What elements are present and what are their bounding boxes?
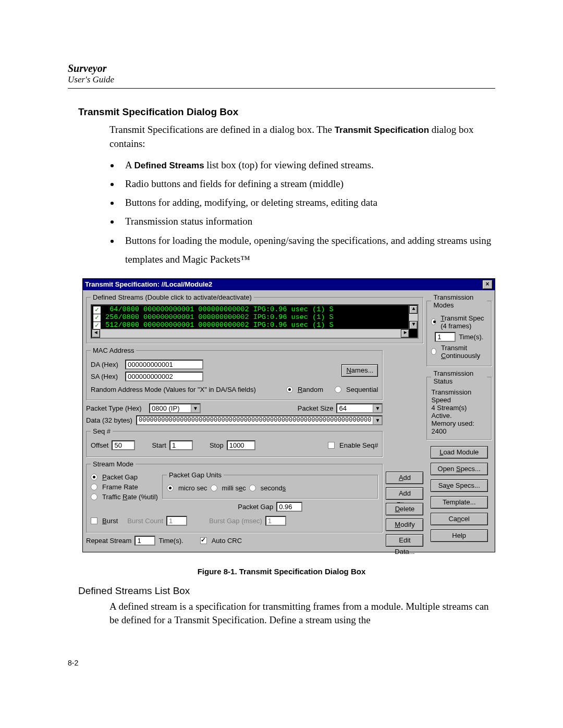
burst-count-label: Burst Count <box>127 517 163 525</box>
frame-rate-label: Frame Rate <box>102 483 138 491</box>
packet-gap-label: Packet Gap <box>102 473 138 481</box>
random-radio[interactable] <box>286 386 293 393</box>
transmission-modes-group: Transmission Modes Transmit Spec (4 fram… <box>426 293 492 366</box>
save-specs-button[interactable]: Save Specs... <box>431 479 488 492</box>
modify-button[interactable]: Modify <box>386 519 423 531</box>
bullet-2: Radio buttons and fields for defining a … <box>120 175 495 193</box>
sequential-label: Sequential <box>346 386 378 393</box>
stop-field[interactable]: 1000 <box>227 440 255 450</box>
offset-field[interactable]: 50 <box>112 440 135 450</box>
da-field[interactable]: 000000000001 <box>125 360 203 369</box>
packet-size-value[interactable]: 64 <box>336 403 373 413</box>
burst-count-field: 1 <box>166 516 187 526</box>
sa-field[interactable]: 000000000002 <box>125 372 203 381</box>
scroll-left-icon[interactable]: ◄ <box>92 329 100 338</box>
mac-address-group: MAC Address DA (Hex) 000000000001 S <box>86 347 383 400</box>
stream-row-1[interactable]: 64/0800 000000000001 000000000002 IPG:0.… <box>101 305 409 313</box>
milli-radio[interactable] <box>211 485 217 491</box>
add-file-button[interactable]: Add File... <box>386 487 423 500</box>
packet-gap-radio[interactable] <box>91 474 97 480</box>
names-button[interactable]: Names... <box>341 364 378 377</box>
enable-seq-check[interactable] <box>328 442 335 449</box>
scroll-down-icon[interactable]: ▼ <box>409 321 418 329</box>
micro-radio[interactable] <box>167 485 174 491</box>
scroll-up-icon[interactable]: ▲ <box>409 305 418 314</box>
dialog-title-text: Transmit Specification: //Local/Module2 <box>85 280 482 288</box>
load-module-button[interactable]: Load Module <box>431 446 488 459</box>
packet-size-combo[interactable]: 64 ▼ <box>336 403 383 413</box>
transmit-cont-label: Transmit Continuously <box>441 344 487 360</box>
add-button[interactable]: Add <box>386 472 423 484</box>
offset-label: Offset <box>91 441 108 449</box>
dialog-titlebar[interactable]: Transmit Specification: //Local/Module2 … <box>83 279 495 290</box>
sequential-radio[interactable] <box>335 386 341 393</box>
data-bytes-label: Data (32 bytes) <box>86 416 133 424</box>
modes-legend: Transmission Modes <box>431 293 487 309</box>
autocrc-check[interactable] <box>200 537 207 544</box>
scroll-right-icon[interactable]: ► <box>401 329 409 338</box>
traffic-rate-radio[interactable] <box>91 493 97 500</box>
burst-check[interactable] <box>91 517 97 524</box>
stream-mode-group: Stream Mode Packet Gap Frame Rate Traffi… <box>86 460 383 533</box>
seconds-label: seconds <box>261 484 286 492</box>
start-label: Start <box>152 441 166 449</box>
stream-row-3[interactable]: 512/0800 000000000001 000000000002 IPG:0… <box>101 321 409 329</box>
seconds-radio[interactable] <box>249 485 256 491</box>
edit-data-button[interactable]: Edit Data... <box>386 534 423 547</box>
bullet-4: Transmission status information <box>120 212 495 231</box>
stream-check-1[interactable]: ✓ <box>93 306 101 314</box>
open-specs-button[interactable]: Open Specs... <box>431 463 488 475</box>
template-button[interactable]: Template... <box>431 496 488 509</box>
packet-type-combo[interactable]: 0800 (IP) ▼ <box>149 403 201 413</box>
chevron-down-icon[interactable]: ▼ <box>373 403 383 413</box>
help-button[interactable]: Help <box>431 529 488 542</box>
page-number: 8-2 <box>68 659 495 667</box>
seq-group: Seq # Offset 50 Start 1 Stop 1000 <box>86 427 383 457</box>
stream-row-2[interactable]: 256/0800 000000000001 000000000002 IPG:0… <box>101 313 409 321</box>
burst-label: Burst <box>102 517 118 525</box>
modes-n-field[interactable]: 1 <box>435 332 456 342</box>
streams-hscroll[interactable]: ◄ ► <box>92 329 409 338</box>
start-field[interactable]: 1 <box>169 440 193 450</box>
header-rule <box>68 88 495 89</box>
feature-bullets: A Defined Streams list box (top) for vie… <box>109 156 495 269</box>
transmit-spec-dialog: Transmit Specification: //Local/Module2 … <box>82 278 495 552</box>
close-icon[interactable]: × <box>482 280 493 289</box>
da-label: DA (Hex) <box>91 361 122 368</box>
status-active: 4 Stream(s) Active. <box>431 404 487 419</box>
status-speed: Transmission Speed <box>431 388 487 404</box>
stream-check-2[interactable]: ✓ <box>93 314 101 322</box>
bullet-1-bold: Defined Streams <box>134 161 204 170</box>
autocrc-label: Auto CRC <box>212 537 242 545</box>
chevron-down-icon[interactable]: ▼ <box>191 403 201 413</box>
bullet-3: Buttons for adding, modifying, or deleti… <box>120 193 495 212</box>
subheading: Defined Streams List Box <box>78 585 495 597</box>
data-bytes-combo[interactable]: 0000000000000000000000000000000000000000… <box>136 415 383 425</box>
pgunits-legend: Packet Gap Units <box>167 471 224 479</box>
chevron-down-icon[interactable]: ▼ <box>373 415 383 425</box>
burst-gap-field: 1 <box>265 516 286 526</box>
modes-times: Time(s). <box>459 333 483 341</box>
delete-button[interactable]: Delete <box>386 503 423 515</box>
frame-rate-radio[interactable] <box>91 484 97 490</box>
data-bytes-value[interactable]: 0000000000000000000000000000000000000000… <box>136 415 373 425</box>
transmit-cont-radio[interactable] <box>431 348 436 355</box>
milli-label: milli sec <box>222 484 246 492</box>
defined-streams-legend: Defined Streams (Double click to activat… <box>91 293 254 301</box>
repeat-field[interactable]: 1 <box>134 536 155 546</box>
repeat-label: Repeat Stream <box>86 537 131 545</box>
packet-type-value[interactable]: 0800 (IP) <box>149 403 191 413</box>
packet-gap-field[interactable]: 0.96 <box>276 502 302 512</box>
page-header-subtitle: User's Guide <box>68 75 495 85</box>
streams-vscroll[interactable]: ▲ ▼ <box>409 305 418 329</box>
intro-paragraph: Transmit Specifications are defined in a… <box>109 123 495 151</box>
status-legend: Transmission Status <box>431 369 487 385</box>
burst-gap-label: Burst Gap (msec) <box>209 517 262 525</box>
packet-size-label: Packet Size <box>298 404 334 412</box>
transmit-spec-radio[interactable] <box>431 318 436 325</box>
traffic-rate-label: Traffic Rate (%util) <box>102 493 158 501</box>
defined-streams-listbox[interactable]: 64/0800 000000000001 000000000002 IPG:0.… <box>91 304 419 339</box>
figure-caption: Figure 8-1. Transmit Specification Dialo… <box>68 567 495 576</box>
transmit-spec-label: Transmit Spec (4 frames) <box>440 314 487 330</box>
cancel-button[interactable]: Cancel <box>431 513 488 525</box>
